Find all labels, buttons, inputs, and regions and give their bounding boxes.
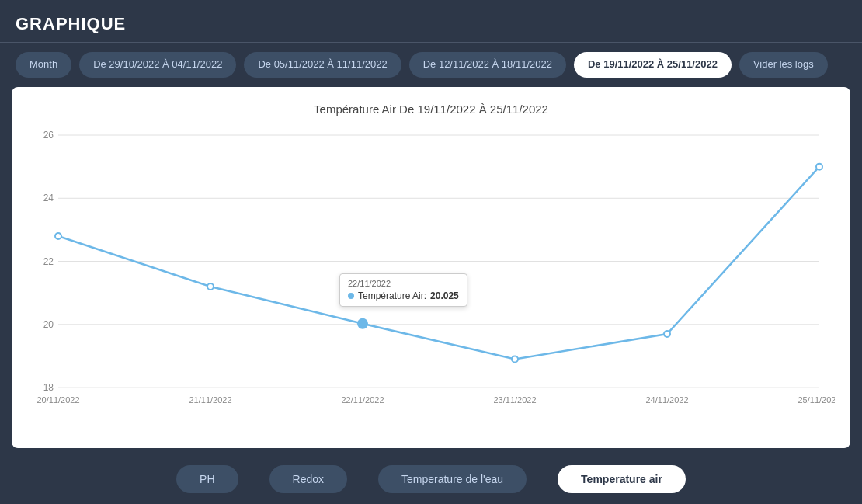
bottom-tab-1[interactable]: Redox bbox=[269, 465, 347, 493]
bottom-tab-2[interactable]: Temperature de l'eau bbox=[378, 465, 527, 493]
nav-button-5[interactable]: Vider les logs bbox=[739, 52, 828, 78]
svg-point-18 bbox=[358, 319, 367, 328]
chart-title: Température Air De 19/11/2022 À 25/11/20… bbox=[27, 103, 835, 116]
nav-button-0[interactable]: Month bbox=[16, 52, 71, 78]
svg-text:22/11/2022: 22/11/2022 bbox=[341, 395, 384, 405]
svg-text:18: 18 bbox=[43, 382, 54, 393]
svg-point-19 bbox=[512, 356, 518, 362]
bottom-tab-0[interactable]: PH bbox=[176, 465, 238, 493]
svg-text:25/11/2022: 25/11/2022 bbox=[798, 395, 835, 405]
svg-point-17 bbox=[207, 283, 214, 290]
bottom-tab-3[interactable]: Temperature air bbox=[558, 465, 686, 493]
svg-text:20: 20 bbox=[43, 319, 54, 330]
svg-point-16 bbox=[55, 233, 61, 239]
nav-button-3[interactable]: De 12/11/2022 À 18/11/2022 bbox=[409, 52, 566, 78]
chart-area: Température Air De 19/11/2022 À 25/11/20… bbox=[12, 87, 850, 448]
svg-text:23/11/2022: 23/11/2022 bbox=[493, 395, 536, 405]
svg-text:20/11/2022: 20/11/2022 bbox=[36, 395, 79, 405]
chart-svg-wrap: 182022242620/11/202221/11/202222/11/2022… bbox=[27, 127, 835, 426]
svg-text:21/11/2022: 21/11/2022 bbox=[189, 395, 231, 405]
page-title: GRAPHIQUE bbox=[0, 0, 862, 43]
chart-svg: 182022242620/11/202221/11/202222/11/2022… bbox=[27, 127, 835, 426]
nav-button-4[interactable]: De 19/11/2022 À 25/11/2022 bbox=[574, 52, 732, 78]
bottom-tabs: PHRedoxTemperature de l'eauTemperature a… bbox=[0, 456, 862, 504]
svg-text:24/11/2022: 24/11/2022 bbox=[645, 395, 688, 405]
nav-button-2[interactable]: De 05/11/2022 À 11/11/2022 bbox=[244, 52, 401, 78]
svg-point-21 bbox=[816, 164, 822, 170]
svg-text:26: 26 bbox=[43, 130, 54, 141]
nav-button-1[interactable]: De 29/10/2022 À 04/11/2022 bbox=[79, 52, 236, 78]
svg-point-20 bbox=[664, 331, 670, 337]
svg-text:22: 22 bbox=[43, 255, 54, 266]
svg-text:24: 24 bbox=[43, 193, 54, 203]
nav-buttons: MonthDe 29/10/2022 À 04/11/2022De 05/11/… bbox=[0, 43, 862, 87]
